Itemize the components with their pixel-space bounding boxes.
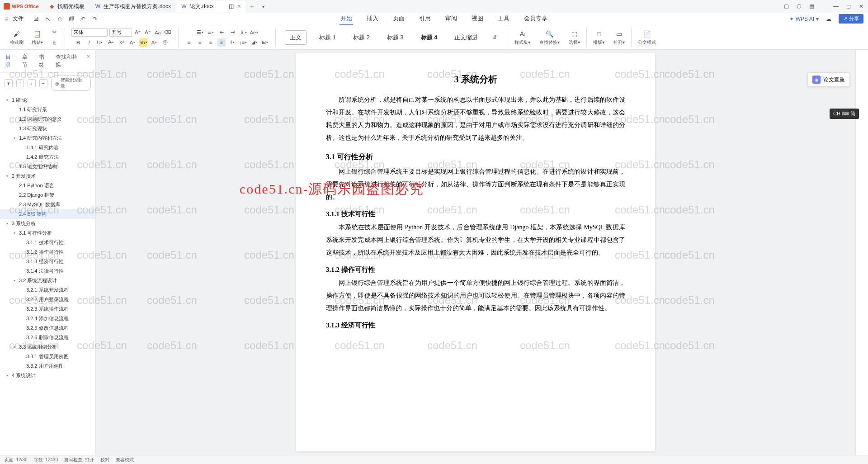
text-direction-button[interactable]: 文 <box>239 28 247 37</box>
toc-item[interactable]: 2.2 Django 框架 <box>0 190 95 200</box>
toc-collapse-icon[interactable]: ▾ <box>5 79 13 87</box>
sidebar-close-icon[interactable]: × <box>87 53 90 69</box>
toc-item[interactable]: 1.1 研究背景 <box>0 105 95 114</box>
tab-page[interactable]: 页面 <box>392 13 406 25</box>
tab-close-icon[interactable]: × <box>237 3 241 10</box>
close-button[interactable]: ✕ <box>858 3 864 9</box>
phonetic-button[interactable]: ㊥ <box>161 38 169 47</box>
status-page[interactable]: 页面: 12/30 <box>5 457 28 463</box>
toc-up-icon[interactable]: ↑ <box>16 79 24 87</box>
toc-item[interactable]: 3.1.2 操作可行性 <box>0 247 95 257</box>
highlight-button[interactable]: ab <box>139 38 147 47</box>
tab-start[interactable]: 开始 <box>340 13 353 25</box>
toc-item[interactable]: 3.3.1 管理员用例图 <box>0 352 95 361</box>
tab-insert[interactable]: 插入 <box>366 13 379 25</box>
style-body-indent[interactable]: 正文缩进 <box>450 31 482 44</box>
cloud-icon[interactable]: ☁ <box>825 15 832 23</box>
document-canvas[interactable]: 3 系统分析 所谓系统分析，就是将自己对某一系统的构思以书面形式体现出来，并以此… <box>96 50 855 455</box>
format-painter-icon[interactable]: 🖌 <box>12 29 21 38</box>
toc-item[interactable]: 3.2.4 添加信息流程 <box>0 314 95 323</box>
arrange-icon[interactable]: ▭ <box>615 29 624 38</box>
distribute-button[interactable]: ⫴ <box>228 38 236 47</box>
tab-review[interactable]: 审阅 <box>444 13 458 25</box>
tab-split-icon[interactable]: ◫ <box>228 3 235 9</box>
toc-item[interactable]: 2.4 B/S 架构 <box>0 209 95 219</box>
underline-button[interactable]: U <box>96 38 104 47</box>
tab-reference[interactable]: 引用 <box>418 13 432 25</box>
print-preview-icon[interactable]: 🗐 <box>68 15 75 23</box>
decrease-font-icon[interactable]: A⁻ <box>144 28 152 37</box>
strike-button[interactable]: A̶ <box>107 38 115 47</box>
toc-remove-icon[interactable]: − <box>39 79 47 87</box>
decrease-indent-button[interactable]: ⇤ <box>217 28 226 37</box>
clear-format-icon[interactable]: ⌫ <box>164 28 172 37</box>
toc-item[interactable]: 1.5 论文组织结构 <box>0 162 95 171</box>
toc-item[interactable]: 3.1.3 经济可行性 <box>0 257 95 266</box>
sidebar-tab-chapter[interactable]: 章节 <box>22 53 32 69</box>
align-justify-button[interactable]: ≡ <box>217 38 226 47</box>
status-words[interactable]: 字数: 12430 <box>34 457 58 463</box>
superscript-button[interactable]: X² <box>118 38 126 47</box>
tab-view[interactable]: 视图 <box>471 13 484 25</box>
toc-item[interactable]: 3.3.2 用户用例图 <box>0 361 95 371</box>
select-icon[interactable]: ⬚ <box>570 29 579 38</box>
tab-add-button[interactable]: + <box>246 2 258 10</box>
align-distribute-button[interactable]: Ae <box>250 28 258 37</box>
status-proof[interactable]: 校对 <box>100 457 109 463</box>
increase-font-icon[interactable]: A⁺ <box>134 28 142 37</box>
toc-item[interactable]: ▾4 系统设计 <box>0 371 95 380</box>
tab-doc-2[interactable]: W 论文.docx ◫ × <box>176 1 245 12</box>
font-color-button[interactable]: A <box>150 38 158 47</box>
align-left-button[interactable]: ≡ <box>185 38 193 47</box>
tab-menu-button[interactable]: ▾ <box>259 4 268 9</box>
paste-icon[interactable]: 📋 <box>33 29 42 38</box>
hamburger-icon[interactable]: ≡ <box>5 15 8 23</box>
apps-icon[interactable]: ▦ <box>808 3 815 9</box>
sidebar-tab-bookmark[interactable]: 书签 <box>39 53 48 69</box>
toc-item[interactable]: ▾1 绪 论 <box>0 95 95 105</box>
wps-ai-button[interactable]: ✦ WPS AI ▾ <box>789 16 819 22</box>
bullets-button[interactable]: ☰ <box>196 28 204 37</box>
tab-template[interactable]: ◆ 找稻壳模板 <box>44 1 89 12</box>
print-icon[interactable]: ⎙ <box>56 15 63 23</box>
toc-down-icon[interactable]: ↓ <box>28 79 36 87</box>
tab-tools[interactable]: 工具 <box>497 13 510 25</box>
border-button[interactable]: ⊞ <box>261 38 269 47</box>
toc-item[interactable]: ▾3.2 系统流程设计 <box>0 276 95 285</box>
style-set-icon[interactable]: Aᵢ <box>518 29 527 38</box>
layout-icon[interactable]: □ <box>594 29 604 38</box>
find-icon[interactable]: 🔍 <box>545 29 554 38</box>
italic-button[interactable]: I <box>85 38 93 47</box>
text-effects-button[interactable]: A <box>128 38 137 47</box>
sidebar-tab-toc[interactable]: 目录 <box>5 53 15 69</box>
cube-icon[interactable]: ⬡ <box>796 3 802 9</box>
toc-item[interactable]: 1.4.1 研究内容 <box>0 143 95 152</box>
toc-item[interactable]: ▾3 系统分析 <box>0 219 95 228</box>
toc-item[interactable]: 3.2.2 用户登录流程 <box>0 295 95 304</box>
toc-item[interactable]: 3.2.1 系统开发流程 <box>0 285 95 295</box>
style-h4[interactable]: 标题 4 <box>416 31 442 44</box>
align-center-button[interactable]: ≡ <box>196 38 204 47</box>
box-icon[interactable]: ▢ <box>783 3 789 9</box>
official-mode-icon[interactable]: 📄 <box>642 29 651 38</box>
toc-item[interactable]: 3.2.3 系统操作流程 <box>0 304 95 314</box>
toc-item[interactable]: 3.1.4 法律可行性 <box>0 266 95 276</box>
shading-button[interactable]: ◢ <box>250 38 258 47</box>
styles-more-icon[interactable]: ⇵ <box>491 33 499 42</box>
export-icon[interactable]: ⇱ <box>44 15 52 23</box>
save-icon[interactable]: 🖫 <box>33 15 40 23</box>
align-right-button[interactable]: ≡ <box>207 38 215 47</box>
plagiarism-check-panel[interactable]: ◉ 论文查重 <box>807 72 850 87</box>
style-h1[interactable]: 标题 1 <box>315 31 340 44</box>
toc-item[interactable]: 1.2 课题研究的意义 <box>0 114 95 124</box>
file-menu[interactable]: 文件 <box>13 15 24 23</box>
toc-item[interactable]: 1.4.2 研究方法 <box>0 152 95 162</box>
style-h2[interactable]: 标题 2 <box>349 31 374 44</box>
line-spacing-button[interactable]: ↕≡ <box>239 38 247 47</box>
share-button[interactable]: ↗ 分享 <box>839 14 863 24</box>
toc-item[interactable]: 2.3 MySQL 数据库 <box>0 200 95 209</box>
style-body[interactable]: 正文 <box>285 30 307 45</box>
smart-toc-button[interactable]: ◎ 智能识别目录 <box>51 76 91 91</box>
increase-indent-button[interactable]: ⇥ <box>228 28 236 37</box>
style-h3[interactable]: 标题 3 <box>382 31 408 44</box>
